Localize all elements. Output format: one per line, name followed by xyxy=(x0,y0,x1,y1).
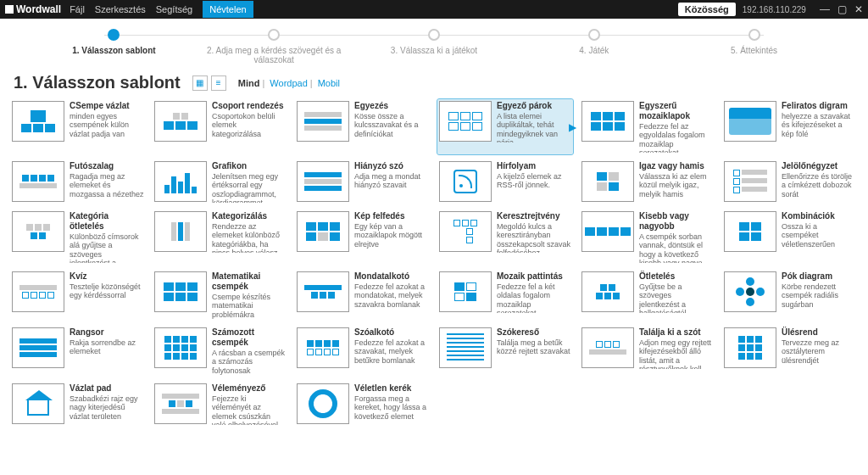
template-card[interactable]: Igaz vagy hamisVálassza ki az elem közül… xyxy=(580,159,715,204)
template-thumbnail xyxy=(439,161,492,202)
template-card[interactable]: VéleményezőFejezze ki véleményét az elem… xyxy=(153,382,288,427)
template-card[interactable]: Csoport rendezésCsoportokon belüli eleme… xyxy=(153,99,288,154)
template-description: Megoldó kulcs a keresztirányban összekap… xyxy=(497,222,571,253)
menu-file[interactable]: Fájl xyxy=(70,4,85,14)
template-card[interactable]: CSempe vázlatminden egyes csempének külö… xyxy=(10,99,146,154)
template-thumbnail xyxy=(12,101,64,142)
filter-wordpad[interactable]: Wordpad xyxy=(270,78,307,88)
template-description: Ragadja meg az elemeket és mozgassa a né… xyxy=(70,172,144,198)
template-card[interactable]: Számozott csempékA rácsban a csempék a s… xyxy=(153,326,288,377)
template-card[interactable]: MondatalkotóFedezze fel azokat a mondato… xyxy=(295,270,431,321)
template-card[interactable]: HírfolyamA kijelző elemek az RSS-ről jön… xyxy=(437,159,573,204)
template-text: JelölőnégyzetEllenőrizze és törölje a cí… xyxy=(782,161,856,203)
template-card[interactable]: Kisebb vagy nagyobbA csempék sorban vann… xyxy=(580,210,715,265)
template-description: Adjon meg egy rejtett kifejezésekből áll… xyxy=(639,338,714,369)
template-card[interactable]: Egyszerű mozaiklapokFedezze fel az egyol… xyxy=(580,99,715,154)
template-thumbnail xyxy=(12,327,64,368)
template-grid: CSempe vázlatminden egyes csempének külö… xyxy=(0,99,868,437)
template-card[interactable]: RangsorRakja sorrendbe az elemeket xyxy=(10,326,146,377)
community-button[interactable]: Közösség xyxy=(678,3,736,16)
template-text: Hiányzó szóAdja meg a mondat hiányzó sza… xyxy=(354,161,429,203)
template-card[interactable]: Hiányzó szóAdja meg a mondat hiányzó sza… xyxy=(295,159,431,204)
template-card[interactable]: ÜlésrendTervezze meg az osztályterem ülé… xyxy=(722,326,858,377)
wizard-stepper: 1. Válasszon sablont 2. Adja meg a kérdé… xyxy=(0,19,868,70)
template-card[interactable]: KombinációkOssza ki a csempéket véletlen… xyxy=(722,210,858,265)
page-title: 1. Válasszon sablont xyxy=(14,73,181,92)
template-card[interactable]: FutószalagRagadja meg az elemeket és moz… xyxy=(10,159,146,204)
template-title: Találja ki a szót xyxy=(639,327,714,338)
template-text: Számozott csempékA rácsban a csempék a s… xyxy=(212,327,287,375)
filter-all[interactable]: Mind xyxy=(238,78,260,88)
template-card[interactable]: Kép felfedésEgy kép van a mozaiklapok mö… xyxy=(295,210,431,265)
template-card[interactable]: Véletlen kerékForgassa meg a kereket, ho… xyxy=(295,382,431,427)
template-text: Egyező párokA lista elemei duplikáltak, … xyxy=(497,101,571,153)
template-card[interactable]: KategorizálásRendezze az elemeket különb… xyxy=(153,210,288,265)
template-card[interactable]: ÖtletelésGyűjtse be a szöveges jelentkez… xyxy=(580,270,715,321)
template-card[interactable]: GrafikonJelenítsen meg egy értéksorral e… xyxy=(153,159,288,204)
template-thumbnail xyxy=(12,271,64,312)
template-card[interactable]: Találja ki a szótAdjon meg egy rejtett k… xyxy=(580,326,715,377)
template-title: Grafikon xyxy=(212,161,287,171)
menu-edit[interactable]: Szerkesztés xyxy=(95,4,146,14)
view-list-button[interactable]: ≡ xyxy=(211,75,226,91)
template-text: ÜlésrendTervezze meg az osztályterem ülé… xyxy=(782,327,856,375)
document-tab[interactable]: Névtelen xyxy=(203,1,253,18)
template-thumbnail xyxy=(297,327,349,368)
template-title: Egyszerű mozaiklapok xyxy=(639,101,714,121)
template-title: Keresztrejtvény xyxy=(497,211,571,221)
template-text: Mozaik pattintásFedezze fel a két oldala… xyxy=(497,271,571,319)
template-thumbnail xyxy=(439,271,492,312)
view-toggle: ▦ ≡ xyxy=(192,75,226,91)
template-title: Kombinációk xyxy=(782,211,856,221)
step-3[interactable]: 3. Válassza ki a játékot xyxy=(354,29,515,55)
template-card[interactable]: Kategória ötletelésKülönböző címsorok al… xyxy=(10,210,146,265)
template-text: Pók diagramKörbe rendezett csempék radiá… xyxy=(782,271,856,319)
template-thumbnail xyxy=(12,211,64,252)
template-card[interactable]: Mozaik pattintásFedezze fel a két oldala… xyxy=(437,270,573,321)
page-header: 1. Válasszon sablont ▦ ≡ Mind| Wordpad| … xyxy=(0,70,868,99)
title-bar: Wordwall Fájl Szerkesztés Segítség Névte… xyxy=(0,0,868,19)
step-5[interactable]: 5. Áttekintés xyxy=(674,29,834,55)
template-card[interactable]: KvízTesztelje közönségét egy kérdéssorra… xyxy=(10,270,146,321)
template-title: Hiányzó szó xyxy=(354,161,429,171)
template-description: Egy kép van a mozaiklapok mögött elrejtv… xyxy=(354,222,429,249)
template-card[interactable]: Feliratos digramhelyezze a szavakat és k… xyxy=(722,99,858,154)
template-thumbnail xyxy=(581,101,634,142)
template-title: Véletlen kerék xyxy=(354,383,429,394)
template-card[interactable]: EgyezésKösse össze a kulcsszavakat és a … xyxy=(295,99,431,154)
minimize-button[interactable]: — xyxy=(820,3,830,15)
template-text: KvízTesztelje közönségét egy kérdéssorra… xyxy=(70,271,144,319)
template-text: Csoport rendezésCsoportokon belüli eleme… xyxy=(212,101,287,153)
template-card[interactable]: KeresztrejtvényMegoldó kulcs a keresztir… xyxy=(437,210,573,265)
template-thumbnail xyxy=(439,101,492,142)
template-text: GrafikonJelenítsen meg egy értéksorral e… xyxy=(212,161,287,203)
close-button[interactable]: ✕ xyxy=(854,3,863,15)
template-title: Futószalag xyxy=(70,161,144,171)
template-thumbnail xyxy=(154,271,207,312)
template-text: SzóalkotóFedezze fel azokat a szavakat, … xyxy=(354,327,429,375)
template-description: Körbe rendezett csempék radiális sugárba… xyxy=(782,282,856,309)
template-card[interactable]: JelölőnégyzetEllenőrizze és törölje a cí… xyxy=(722,159,858,204)
template-card[interactable]: SzókeresőTalálja meg a betűk közzé rejte… xyxy=(437,326,573,377)
template-description: Fejezze ki véleményét az elemek csúszkán… xyxy=(212,394,287,425)
step-2[interactable]: 2. Adja meg a kérdés szövegét és a válas… xyxy=(194,29,354,64)
template-text: Véletlen kerékForgassa meg a kereket, ho… xyxy=(354,383,429,425)
template-card[interactable]: Matematikai csempékCsempe készítés matem… xyxy=(153,270,288,321)
template-title: Matematikai csempék xyxy=(212,271,287,292)
view-grid-button[interactable]: ▦ xyxy=(192,75,208,91)
menu-help[interactable]: Segítség xyxy=(156,4,192,14)
template-card[interactable]: Vázlat padSzabadkézi rajz egy nagy kiter… xyxy=(10,382,146,427)
template-title: Feliratos digram xyxy=(782,101,856,111)
step-4[interactable]: 4. Játék xyxy=(514,29,674,55)
template-card[interactable]: SzóalkotóFedezze fel azokat a szavakat, … xyxy=(295,326,431,377)
template-card[interactable]: Pók diagramKörbe rendezett csempék radiá… xyxy=(722,270,858,321)
template-text: ÖtletelésGyűjtse be a szöveges jelentkez… xyxy=(639,271,714,319)
step-1[interactable]: 1. Válasszon sablont xyxy=(34,29,194,55)
template-card[interactable]: Egyező párokA lista elemei duplikáltak, … xyxy=(437,99,573,154)
maximize-button[interactable]: ▢ xyxy=(837,3,847,15)
filter-mobile[interactable]: Mobil xyxy=(318,78,340,88)
template-thumbnail xyxy=(297,101,349,142)
template-text: Találja ki a szótAdjon meg egy rejtett k… xyxy=(639,327,714,375)
template-title: Rangsor xyxy=(70,327,144,338)
template-description: Csoportokon belüli elemek kategorizálása xyxy=(212,112,287,138)
